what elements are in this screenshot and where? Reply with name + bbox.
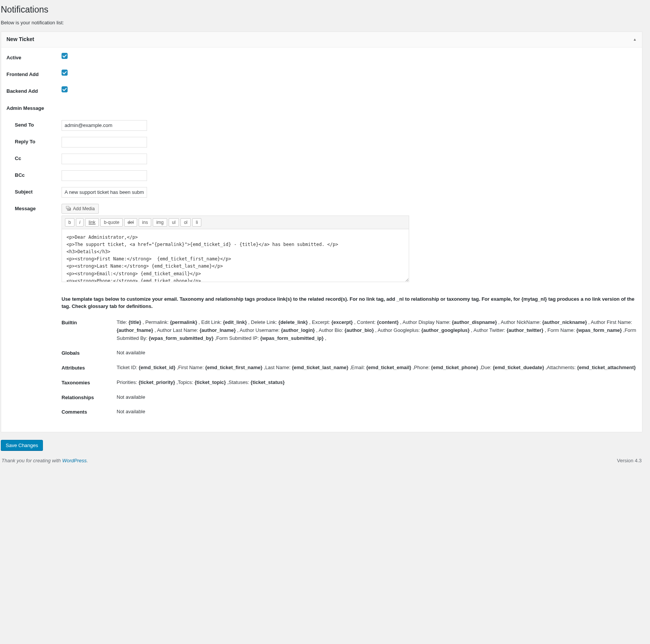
media-icon — [66, 205, 71, 212]
message-textarea[interactable]: <p>Dear Administrator,</p> <p>The suppor… — [62, 229, 409, 282]
new-ticket-panel: New Ticket ▲ Active Frontend Add Backend… — [1, 32, 642, 432]
relationships-content: Not available — [117, 393, 637, 401]
help-text: Use template tags below to customize you… — [62, 295, 637, 310]
taxonomies-label: Taxonomies — [62, 379, 117, 386]
toolbar-del-button[interactable]: del — [124, 218, 137, 227]
panel-header[interactable]: New Ticket ▲ — [1, 32, 642, 48]
toolbar-ol-button[interactable]: ol — [180, 218, 191, 227]
panel-title: New Ticket — [6, 36, 34, 43]
frontend-add-label: Frontend Add — [6, 70, 62, 78]
bcc-label: BCc — [6, 170, 62, 179]
builtin-label: Builtin — [62, 319, 117, 326]
cc-input[interactable] — [62, 154, 147, 164]
cc-label: Cc — [6, 154, 62, 162]
builtin-content: Title: {title} , Permalink: {permalink} … — [117, 319, 637, 342]
comments-content: Not available — [117, 408, 637, 416]
reply-to-input[interactable] — [62, 137, 147, 148]
version-text: Version 4.3 — [617, 457, 642, 464]
frontend-add-checkbox[interactable] — [62, 70, 68, 76]
add-media-label: Add Media — [73, 206, 95, 211]
toolbar-italic-button[interactable]: i — [76, 218, 84, 227]
page-title: Notifications — [1, 0, 642, 17]
toolbar-ins-button[interactable]: ins — [139, 218, 151, 227]
globals-label: Globals — [62, 349, 117, 357]
attributes-label: Attributes — [62, 364, 117, 371]
active-label: Active — [6, 53, 62, 61]
backend-add-label: Backend Add — [6, 86, 62, 95]
page-subtitle: Below is your notification list: — [1, 19, 642, 26]
bcc-input[interactable] — [62, 170, 147, 181]
add-media-button[interactable]: Add Media — [62, 204, 99, 214]
comments-label: Comments — [62, 408, 117, 416]
subject-input[interactable] — [62, 187, 147, 198]
footer-thanks-prefix: Thank you for creating with — [2, 458, 62, 463]
admin-message-label: Admin Message — [6, 103, 62, 112]
subject-label: Subject — [6, 187, 62, 195]
toolbar-ul-button[interactable]: ul — [169, 218, 179, 227]
relationships-label: Relationships — [62, 393, 117, 401]
footer: Thank you for creating with WordPress. V… — [1, 450, 642, 467]
footer-suffix: . — [87, 458, 88, 463]
toolbar-li-button[interactable]: li — [192, 218, 201, 227]
send-to-input[interactable] — [62, 120, 147, 131]
collapse-icon[interactable]: ▲ — [633, 37, 637, 42]
wordpress-link[interactable]: WordPress — [62, 458, 87, 463]
send-to-label: Send To — [6, 120, 62, 128]
reply-to-label: Reply To — [6, 137, 62, 145]
globals-content: Not available — [117, 349, 637, 357]
toolbar-img-button[interactable]: img — [153, 218, 167, 227]
active-checkbox[interactable] — [62, 53, 68, 59]
taxonomies-content: Priorities: {ticket_priority} ,Topics: {… — [117, 379, 637, 387]
toolbar-bquote-button[interactable]: b-quote — [100, 218, 123, 227]
save-changes-button[interactable]: Save Changes — [1, 440, 43, 450]
attributes-content: Ticket ID: {emd_ticket_id} ,First Name: … — [117, 364, 637, 372]
editor-toolbar: b i link b-quote del ins img ul ol li — [62, 216, 409, 229]
toolbar-link-button[interactable]: link — [85, 218, 99, 227]
toolbar-bold-button[interactable]: b — [65, 218, 74, 227]
backend-add-checkbox[interactable] — [62, 86, 68, 92]
message-label: Message — [6, 204, 62, 212]
